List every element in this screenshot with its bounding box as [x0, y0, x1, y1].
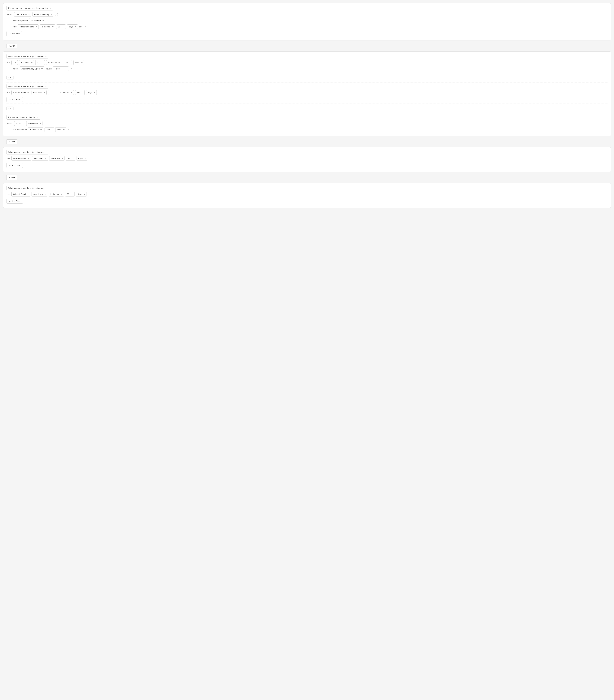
value-2b[interactable] [48, 90, 57, 95]
newsletter-select[interactable]: Newsletter [26, 121, 42, 126]
time-condition-2b[interactable]: in the last [59, 90, 74, 95]
main-select-4[interactable]: What someone has done (or not done) [7, 186, 48, 190]
vline-4 [10, 144, 10, 147]
added-unit-2c[interactable]: days [55, 127, 66, 132]
apple-privacy-select[interactable]: Apple Privacy Open [20, 66, 44, 71]
main-select-1[interactable]: If someone can or cannot receive marketi… [7, 6, 53, 11]
or-badge-1: OR [7, 76, 13, 79]
value-2a[interactable] [35, 60, 45, 65]
add-filter-btn-2b[interactable]: ⊿ Add Filter [7, 97, 23, 102]
sub-block-opened-email: What someone has done (or not done) Has … [7, 54, 607, 71]
and-connector-3: + AND [7, 172, 611, 183]
and-was-added-label: and was added [13, 128, 27, 131]
person-label-2c: Person [7, 122, 13, 125]
person-label-1: Person [7, 13, 13, 15]
and-connector-2: + AND [7, 136, 611, 147]
filter-icon-1: ⊿ [9, 33, 11, 35]
zero-times-select-3[interactable]: zero times [32, 156, 48, 161]
where-label-2a: where [13, 67, 18, 70]
sub-block-clicked-email: What someone has done (or not done) Has … [7, 84, 607, 102]
condition-block-3: What someone has done (or not done) Has … [3, 147, 611, 172]
and-btn-1[interactable]: + AND [7, 43, 17, 48]
is-at-least-select-2b[interactable]: is at least [31, 90, 47, 95]
main-select-3[interactable]: What someone has done (or not done) [7, 150, 48, 154]
in-the-last-select-3[interactable]: in the last [49, 156, 64, 161]
add-filter-label-1: Add filter [12, 33, 20, 35]
filter-icon-3: ⊿ [9, 164, 11, 166]
filter-icon-2b: ⊿ [9, 98, 11, 101]
time-unit-2a[interactable]: days [73, 60, 84, 65]
is-at-least-select-2a[interactable]: is at least [19, 60, 34, 65]
equals-value-2a[interactable] [53, 66, 69, 71]
main-select-2c[interactable]: If someone is in or not in a list [7, 115, 40, 120]
is-select-2c[interactable]: is [14, 121, 22, 126]
or-divider-1 [7, 73, 607, 73]
close-because-btn[interactable]: × [47, 19, 49, 22]
filter-icon-4: ⊿ [9, 200, 11, 202]
add-filter-label-4: Add Filter [12, 200, 21, 202]
time-value-4[interactable] [65, 192, 75, 197]
or-divider-3 [7, 103, 607, 104]
has-label-2b: Has [7, 91, 10, 94]
time-unit-4[interactable]: days [76, 192, 87, 197]
clicked-email-select[interactable]: Clicked Email [11, 90, 30, 95]
time-condition-2a[interactable]: in the last [46, 60, 61, 65]
in-the-last-select-2c[interactable]: in the last [28, 127, 43, 132]
condition-block-1: If someone can or cannot receive marketi… [3, 3, 611, 40]
add-filter-btn-1[interactable]: ⊿ Add filter [7, 31, 22, 36]
condition-block-2: What someone has done (or not done) Has … [3, 51, 611, 136]
add-filter-label-2b: Add Filter [12, 98, 21, 101]
time-value-2a[interactable] [63, 60, 72, 65]
add-filter-btn-4[interactable]: ⊿ Add Filter [7, 199, 23, 204]
because-label: Because person [13, 19, 28, 22]
has-label-3: Has [7, 157, 10, 160]
email-marketing-select[interactable]: email marketing [33, 12, 53, 17]
ago-label: ago [79, 26, 82, 28]
opened-email-select-3[interactable]: Opened Email [11, 156, 31, 161]
added-value-2c[interactable] [44, 127, 54, 132]
can-receive-select[interactable]: can receive [14, 12, 31, 17]
vline-1 [10, 41, 10, 43]
info-icon-1[interactable]: i [55, 13, 58, 16]
is-at-least-select-1[interactable]: is at least [40, 24, 55, 29]
or-badge-2: OR [7, 107, 13, 110]
clicked-email-select-4[interactable]: Clicked Email [11, 192, 30, 197]
zero-times-select-4[interactable]: zero times [31, 192, 47, 197]
time-value-2b[interactable] [75, 90, 85, 95]
main-select-2b[interactable]: What someone has done (or not done) [7, 84, 48, 89]
days-unit-1[interactable]: days [67, 24, 78, 29]
condition-block-4: What someone has done (or not done) Has … [3, 183, 611, 208]
vline-3 [10, 137, 10, 139]
close-added-btn[interactable]: × [67, 128, 70, 131]
close-where-btn[interactable]: × [70, 67, 73, 71]
vline-6 [10, 180, 10, 183]
close-and-btn[interactable]: × [84, 25, 87, 28]
equals-label-2a: equals [46, 67, 52, 70]
and-label-1: And [13, 26, 16, 28]
opened-email-select[interactable] [11, 60, 18, 65]
time-value-3[interactable] [66, 156, 75, 161]
in-label-2c: in [24, 122, 25, 125]
in-the-last-select-4[interactable]: in the last [49, 192, 64, 197]
has-label-2a: Has [7, 61, 10, 64]
add-filter-btn-3[interactable]: ⊿ Add Filter [7, 163, 23, 168]
subscribed-date-select[interactable]: subscribed date [18, 24, 39, 29]
days-value-1[interactable] [56, 24, 66, 29]
main-select-2a[interactable]: What someone has done (or not done) [7, 54, 48, 59]
vline-2 [10, 48, 10, 51]
and-btn-3[interactable]: + AND [7, 175, 17, 180]
sub-block-list: If someone is in or not in a list Person… [7, 115, 607, 132]
time-unit-3[interactable]: days [77, 156, 87, 161]
vline-5 [10, 173, 10, 175]
subscribed-select[interactable]: subscribed [29, 18, 45, 23]
has-label-4: Has [7, 193, 10, 196]
time-unit-2b[interactable]: days [86, 90, 97, 95]
add-filter-label-3: Add Filter [12, 164, 21, 166]
or-divider-2 [7, 82, 607, 83]
and-btn-2[interactable]: + AND [7, 139, 17, 144]
and-connector-1: + AND [7, 40, 611, 51]
